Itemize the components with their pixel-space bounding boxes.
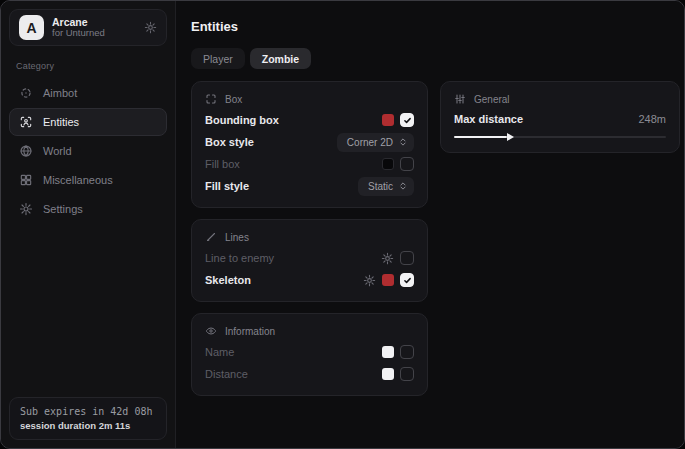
information-card-header: Information: [205, 325, 414, 337]
box-card-header: Box: [205, 93, 414, 105]
sidebar-item-miscellaneous[interactable]: Miscellaneous: [9, 166, 167, 194]
brand-card: A Arcane for Unturned: [9, 9, 167, 46]
chevrons-up-down-icon: [398, 137, 408, 147]
color-swatch[interactable]: [382, 114, 394, 126]
checkbox-unchecked[interactable]: [400, 251, 414, 265]
page-title: Entities: [191, 19, 672, 34]
sidebar-item-world[interactable]: World: [9, 137, 167, 165]
general-card: General Max distance 248m: [440, 81, 680, 153]
sub-expiry-text: Sub expires in 42d 08h: [20, 406, 156, 417]
setting-row-fill-box: Fill box: [205, 153, 414, 175]
setting-row-skeleton: Skeleton: [205, 269, 414, 291]
chevrons-up-down-icon: [398, 181, 408, 191]
setting-label: Box style: [205, 136, 254, 148]
card-title: General: [474, 94, 510, 105]
left-column: Box Bounding box Box style: [191, 81, 428, 396]
category-label: Category: [16, 61, 167, 71]
color-swatch[interactable]: [382, 368, 394, 380]
setting-row-name: Name: [205, 341, 414, 363]
setting-row-box-style: Box style Corner 2D: [205, 131, 414, 153]
setting-row-fill-style: Fill style Static: [205, 175, 414, 197]
color-swatch[interactable]: [382, 346, 394, 358]
general-card-header: General: [454, 93, 666, 105]
setting-row-distance: Distance: [205, 363, 414, 385]
row-settings-gear-icon[interactable]: [381, 252, 394, 265]
setting-label: Bounding box: [205, 114, 279, 126]
setting-label: Skeleton: [205, 274, 251, 286]
setting-label: Distance: [205, 368, 248, 380]
tab-zombie[interactable]: Zombie: [250, 48, 311, 69]
checkbox-checked[interactable]: [400, 113, 414, 127]
row-settings-gear-icon[interactable]: [363, 274, 376, 287]
card-title: Lines: [225, 232, 249, 243]
checkbox-unchecked[interactable]: [400, 157, 414, 171]
slider-fill: [454, 136, 507, 138]
setting-label: Line to enemy: [205, 252, 274, 264]
scan-corners-icon: [205, 93, 217, 105]
select-value: Static: [368, 181, 393, 192]
checkbox-unchecked[interactable]: [400, 345, 414, 359]
entity-scan-icon: [19, 115, 33, 129]
globe-icon: [19, 144, 33, 158]
tab-bar: Player Zombie: [191, 48, 311, 69]
brand-settings-icon[interactable]: [144, 21, 157, 34]
tab-player[interactable]: Player: [191, 48, 245, 69]
max-distance-value: 248m: [638, 113, 666, 125]
main-panel: Entities Player Zombie Box: [176, 1, 684, 448]
grid-icon: [19, 173, 33, 187]
information-card: Information Name Distance: [191, 313, 428, 396]
eye-icon: [205, 325, 217, 337]
sidebar-nav: Aimbot Entities: [9, 79, 167, 223]
sidebar-item-label: Settings: [43, 203, 83, 215]
lines-card-header: Lines: [205, 231, 414, 243]
card-title: Information: [225, 326, 275, 337]
app-window: A Arcane for Unturned Category: [0, 0, 685, 449]
slider-handle[interactable]: [507, 133, 514, 141]
setting-row-line-to-enemy: Line to enemy: [205, 247, 414, 269]
select-value: Corner 2D: [347, 137, 393, 148]
sidebar-item-settings[interactable]: Settings: [9, 195, 167, 223]
sidebar: A Arcane for Unturned Category: [1, 1, 176, 448]
checkbox-checked[interactable]: [400, 273, 414, 287]
brand-text: Arcane for Unturned: [52, 16, 136, 39]
setting-label: Fill style: [205, 180, 249, 192]
line-icon: [205, 231, 217, 243]
max-distance-slider[interactable]: [454, 132, 666, 142]
setting-row-max-distance: Max distance 248m: [454, 109, 666, 129]
card-title: Box: [225, 94, 242, 105]
setting-label: Max distance: [454, 113, 523, 125]
setting-row-bounding-box: Bounding box: [205, 109, 414, 131]
setting-label: Name: [205, 346, 234, 358]
color-swatch[interactable]: [382, 158, 394, 170]
subscription-panel: Sub expires in 42d 08h session duration …: [9, 397, 167, 440]
app-logo: A: [19, 15, 44, 40]
sidebar-item-label: Entities: [43, 116, 79, 128]
app-subtitle: for Unturned: [52, 28, 136, 39]
checkbox-unchecked[interactable]: [400, 367, 414, 381]
setting-label: Fill box: [205, 158, 240, 170]
box-style-select[interactable]: Corner 2D: [337, 133, 414, 152]
fill-style-select[interactable]: Static: [358, 177, 414, 196]
lines-card: Lines Line to enemy: [191, 219, 428, 302]
session-duration-text: session duration 2m 11s: [20, 420, 156, 431]
color-swatch[interactable]: [382, 274, 394, 286]
sidebar-item-label: Aimbot: [43, 87, 77, 99]
right-column: General Max distance 248m: [440, 81, 680, 153]
sidebar-item-label: World: [43, 145, 72, 157]
sidebar-item-entities[interactable]: Entities: [9, 108, 167, 136]
box-card: Box Bounding box Box style: [191, 81, 428, 208]
gear-icon: [19, 202, 33, 216]
sliders-icon: [454, 93, 466, 105]
content-columns: Box Bounding box Box style: [191, 81, 672, 396]
sidebar-item-label: Miscellaneous: [43, 174, 113, 186]
sidebar-item-aimbot[interactable]: Aimbot: [9, 79, 167, 107]
crosshair-icon: [19, 86, 33, 100]
